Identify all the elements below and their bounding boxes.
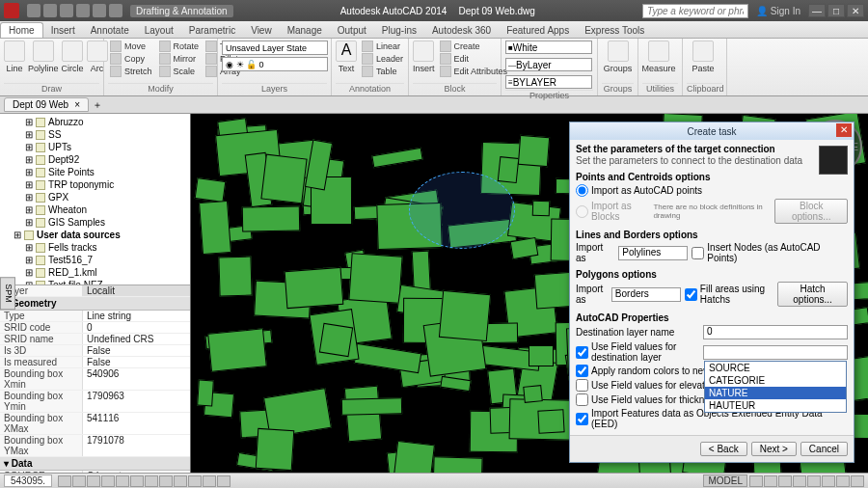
import-as-blocks-radio[interactable]: Import as Blocks xyxy=(576,201,649,222)
measure-button[interactable]: Measure xyxy=(642,41,675,73)
otrack-toggle[interactable] xyxy=(130,475,144,487)
insert-block-button[interactable]: Insert xyxy=(413,41,435,73)
doc-tab-close-icon[interactable]: × xyxy=(74,99,80,110)
status-icon-2[interactable] xyxy=(764,475,777,487)
polyline-button[interactable]: Polyline xyxy=(28,41,59,73)
drawing-canvas[interactable]: N E S W TOP Create task ✕ Set the parame… xyxy=(191,114,868,473)
status-icon-6[interactable] xyxy=(822,475,835,487)
tab-annotate[interactable]: Annotate xyxy=(83,23,137,38)
stretch-button[interactable]: Stretch xyxy=(108,66,154,77)
dyn-toggle[interactable] xyxy=(145,475,158,487)
mirror-button[interactable]: Mirror xyxy=(157,53,202,65)
expand-icon[interactable]: ⊞ xyxy=(25,117,33,127)
maximize-button[interactable]: □ xyxy=(827,4,845,17)
status-icon-7[interactable] xyxy=(836,475,850,487)
expand-icon[interactable]: ⊞ xyxy=(25,242,33,253)
expand-icon[interactable]: ⊞ xyxy=(25,217,33,228)
grid-toggle[interactable] xyxy=(72,475,86,487)
map-parcel[interactable] xyxy=(260,154,308,204)
field-layer-dropdown-list[interactable]: SOURCE CATEGORIE NATURE HAUTEUR xyxy=(704,361,847,413)
expand-icon[interactable]: ⊞ xyxy=(25,255,33,265)
ortho-toggle[interactable] xyxy=(87,475,100,487)
lwt-toggle[interactable] xyxy=(159,475,173,487)
coordinates-readout[interactable]: 543095. xyxy=(4,474,52,487)
qat-new-icon[interactable] xyxy=(27,4,41,17)
qat-open-icon[interactable] xyxy=(43,4,57,17)
status-icon-4[interactable] xyxy=(793,475,806,487)
tab-insert[interactable]: Insert xyxy=(43,23,83,38)
line-button[interactable]: Line xyxy=(4,41,25,73)
map-parcel[interactable] xyxy=(197,380,214,407)
map-parcel[interactable] xyxy=(532,201,550,217)
insert-nodes-checkbox[interactable]: Insert Nodes (as AutoCAD Points) xyxy=(692,242,848,263)
expand-icon[interactable]: ⊞ xyxy=(25,142,33,152)
tree-item[interactable]: ⊞RED_1.kml xyxy=(2,266,188,279)
import-as-points-radio[interactable]: Import as AutoCAD points xyxy=(576,184,702,197)
next-button[interactable]: Next > xyxy=(751,442,797,456)
color-combo[interactable]: ■ White xyxy=(505,41,592,54)
property-row[interactable]: Bounding box XMax541116 xyxy=(0,413,190,435)
property-row[interactable]: Bounding box YMax1791078 xyxy=(0,435,190,457)
dialog-close-button[interactable]: ✕ xyxy=(836,123,852,137)
tree-item[interactable]: ⊞User data sources xyxy=(2,229,188,241)
property-row[interactable]: Bounding box Xmin540906 xyxy=(0,368,190,391)
tree-item[interactable]: ⊞SS xyxy=(2,128,188,141)
tab-a360[interactable]: Autodesk 360 xyxy=(424,23,499,38)
circle-button[interactable]: Circle xyxy=(62,41,84,73)
minimize-button[interactable]: — xyxy=(808,4,826,17)
tree-item[interactable]: ⊞GPX xyxy=(2,191,188,203)
am-toggle[interactable] xyxy=(217,475,231,487)
tab-layout[interactable]: Layout xyxy=(137,23,181,38)
tree-item[interactable]: ⊞Abruzzo xyxy=(2,116,188,128)
map-parcel[interactable] xyxy=(199,201,231,255)
tree-item[interactable]: ⊞Test516_7 xyxy=(2,254,188,266)
map-parcel[interactable] xyxy=(242,206,300,232)
expand-icon[interactable]: ⊞ xyxy=(25,192,33,203)
data-sources-tree[interactable]: ⊞Abruzzo⊞SS⊞UPTs⊞Dept92⊞Site Points⊞TRP … xyxy=(0,114,190,285)
map-parcel[interactable] xyxy=(285,267,344,310)
tree-item[interactable]: ⊞Wheaton xyxy=(2,203,188,216)
rotate-button[interactable]: Rotate xyxy=(157,41,202,52)
polar-toggle[interactable] xyxy=(101,475,115,487)
spm-palette-tab[interactable]: SPM xyxy=(0,277,15,310)
map-parcel[interactable] xyxy=(319,323,353,357)
expand-icon[interactable]: ⊞ xyxy=(25,267,33,278)
lineweight-combo[interactable]: ≡ BYLAYER xyxy=(505,75,592,89)
map-parcel[interactable] xyxy=(256,427,295,470)
signin-link[interactable]: 👤 Sign In xyxy=(756,6,800,16)
qat-save-icon[interactable] xyxy=(60,4,73,17)
dialog-titlebar[interactable]: Create task ✕ xyxy=(570,122,854,140)
tree-item[interactable]: ⊞Dept92 xyxy=(2,153,188,166)
expand-icon[interactable]: ⊞ xyxy=(25,179,33,190)
map-parcel[interactable] xyxy=(439,290,491,341)
tab-view[interactable]: View xyxy=(243,23,280,38)
map-parcel[interactable] xyxy=(392,441,435,473)
linetype-combo[interactable]: — ByLayer xyxy=(505,58,592,71)
map-parcel[interactable] xyxy=(219,257,254,297)
model-space-button[interactable]: MODEL xyxy=(703,474,747,487)
dest-layer-select[interactable]: 0 xyxy=(703,325,848,339)
create-block-button[interactable]: Create xyxy=(438,41,510,52)
tab-plugins[interactable]: Plug-ins xyxy=(374,23,424,38)
property-row[interactable]: SRID nameUndefined CRS xyxy=(0,334,190,345)
status-icon-5[interactable] xyxy=(807,475,821,487)
status-icon-3[interactable] xyxy=(778,475,792,487)
dd-item-nature[interactable]: NATURE xyxy=(705,387,846,399)
paste-button[interactable]: Paste xyxy=(687,41,719,73)
property-row[interactable]: SRID code0 xyxy=(0,322,190,334)
map-parcel[interactable] xyxy=(498,156,520,183)
groups-button[interactable]: Groups xyxy=(602,41,634,73)
use-field-thick-checkbox[interactable]: Use Field values for thickness xyxy=(576,393,719,406)
map-parcel[interactable] xyxy=(349,253,403,304)
tree-item[interactable]: ⊞Site Points xyxy=(2,166,188,178)
map-parcel[interactable] xyxy=(529,345,554,366)
expand-icon[interactable]: ⊞ xyxy=(25,154,33,165)
property-row[interactable]: TypeLine string xyxy=(0,311,190,322)
map-parcel[interactable] xyxy=(341,397,403,415)
move-button[interactable]: Move xyxy=(108,41,154,52)
tab-manage[interactable]: Manage xyxy=(280,23,330,38)
status-icon-8[interactable] xyxy=(851,475,864,487)
osnap-toggle[interactable] xyxy=(116,475,129,487)
copy-button[interactable]: Copy xyxy=(108,53,154,65)
layer-combo[interactable]: ◉ ☀ 🔓 0 xyxy=(222,57,328,71)
